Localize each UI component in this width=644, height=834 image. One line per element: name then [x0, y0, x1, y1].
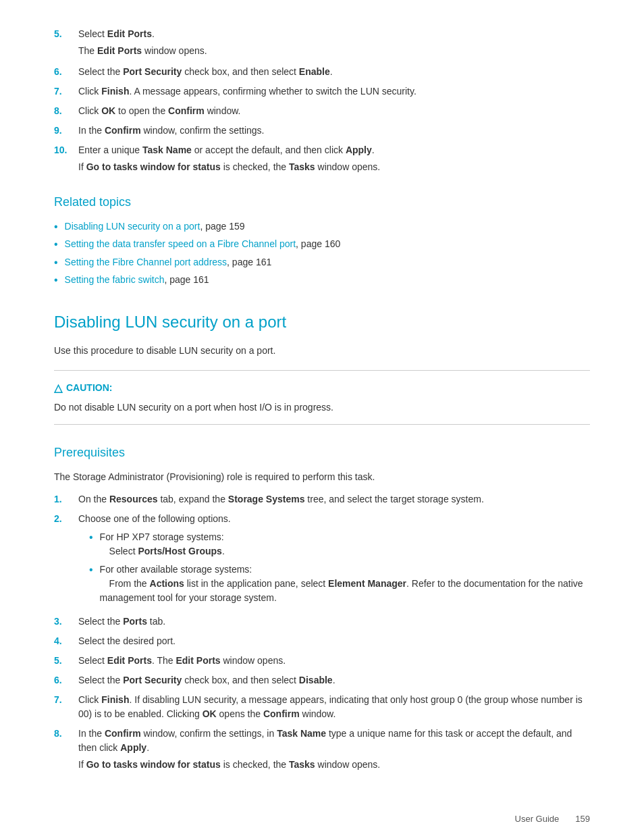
section-intro: Use this procedure to disable LUN securi…	[54, 344, 590, 358]
step-10: 10. Enter a unique Task Name or accept t…	[54, 143, 590, 157]
top-steps-list: 5. Select Edit Ports. The Edit Ports win…	[54, 27, 590, 174]
prereq-step-2-content: Choose one of the following options. • F…	[78, 512, 590, 609]
caution-title: △ CAUTION:	[54, 380, 590, 396]
bullet-dot-4: •	[54, 273, 58, 288]
related-topic-3-link[interactable]: Setting the Fibre Channel port address	[65, 257, 227, 267]
prereq-step-7-num: 7.	[54, 693, 78, 707]
related-topic-2: • Setting the data transfer speed on a F…	[54, 237, 590, 252]
related-topic-3-text: Setting the Fibre Channel port address, …	[65, 255, 272, 269]
prereq-step-5: 5. Select Edit Ports. The Edit Ports win…	[54, 654, 590, 668]
caution-label: CAUTION:	[66, 381, 112, 395]
related-topic-1-text: Disabling LUN security on a port, page 1…	[65, 219, 245, 234]
footer-page: 159	[575, 812, 590, 826]
step-5-num: 5.	[54, 27, 78, 41]
prereq-step-2-bullet-2-sub: From the Actions list in the application…	[100, 578, 583, 603]
prereq-step-4-content: Select the desired port.	[78, 634, 590, 648]
step-6-content: Select the Port Security check box, and …	[78, 65, 590, 79]
caution-text: Do not disable LUN security on a port wh…	[54, 400, 590, 415]
prereq-step-7-content: Click Finish. If disabling LUN security,…	[78, 693, 590, 721]
prereq-step-8-sub: If Go to tasks window for status is chec…	[78, 759, 380, 770]
related-topic-3: • Setting the Fibre Channel port address…	[54, 255, 590, 270]
step-9: 9. In the Confirm window, confirm the se…	[54, 124, 590, 138]
step-5: 5. Select Edit Ports.	[54, 27, 590, 41]
footer-label: User Guide	[515, 812, 560, 826]
prereq-step-6: 6. Select the Port Security check box, a…	[54, 673, 590, 687]
page-footer: User Guide 159	[54, 812, 590, 826]
prereq-step-3-content: Select the Ports tab.	[78, 615, 590, 629]
prereq-step-2-bullet-2-text: For other available storage systems: Fro…	[100, 563, 590, 605]
step-10-content: Enter a unique Task Name or accept the d…	[78, 143, 590, 157]
related-topic-1: • Disabling LUN security on a port, page…	[54, 219, 590, 234]
prereq-step-2-bullet-1-text: For HP XP7 storage systems: Select Ports…	[100, 530, 225, 558]
bullet-dot-other: •	[89, 563, 93, 577]
related-topic-1-link[interactable]: Disabling LUN security on a port	[65, 221, 200, 232]
prerequisites-heading: Prerequisites	[54, 444, 590, 462]
step-5-sub: The Edit Ports window opens.	[78, 45, 207, 56]
prereq-step-5-num: 5.	[54, 654, 78, 668]
step-10-sub: If Go to tasks window for status is chec…	[78, 161, 380, 172]
prereq-step-8-sub-wrap: If Go to tasks window for status is chec…	[78, 758, 590, 772]
step-9-num: 9.	[54, 124, 78, 138]
bullet-dot-3: •	[54, 255, 58, 270]
prereq-intro: The Storage Administrator (Provisioning)…	[54, 470, 590, 484]
related-topic-2-link[interactable]: Setting the data transfer speed on a Fib…	[65, 238, 296, 249]
prereq-step-8-content: In the Confirm window, confirm the setti…	[78, 727, 590, 755]
prereq-step-6-num: 6.	[54, 673, 78, 687]
prereq-step-2-bullet-1-sub: Select Ports/Host Groups.	[109, 546, 225, 556]
prereq-step-1-num: 1.	[54, 492, 78, 506]
prereq-step-2-bullets: • For HP XP7 storage systems: Select Por…	[89, 530, 590, 605]
bullet-dot-1: •	[54, 219, 58, 234]
step-5-sub-wrap: The Edit Ports window opens.	[78, 44, 590, 58]
step-8-num: 8.	[54, 104, 78, 118]
prereq-step-2-bullet-1: • For HP XP7 storage systems: Select Por…	[89, 530, 590, 558]
prereq-step-2-num: 2.	[54, 512, 78, 526]
step-9-content: In the Confirm window, confirm the setti…	[78, 124, 590, 138]
prereq-step-2-bullet-2: • For other available storage systems: F…	[89, 563, 590, 605]
prereq-step-4: 4. Select the desired port.	[54, 634, 590, 648]
prereq-steps-list: 1. On the Resources tab, expand the Stor…	[54, 492, 590, 772]
caution-triangle-icon: △	[54, 380, 62, 396]
step-7: 7. Click Finish. A message appears, conf…	[54, 84, 590, 99]
related-topic-4: • Setting the fabric switch, page 161	[54, 273, 590, 288]
prereq-step-8: 8. In the Confirm window, confirm the se…	[54, 727, 590, 755]
step-8: 8. Click OK to open the Confirm window.	[54, 104, 590, 118]
step-10-num: 10.	[54, 143, 78, 157]
step-7-num: 7.	[54, 84, 78, 99]
main-section-heading: Disabling LUN security on a port	[54, 310, 590, 334]
prereq-step-4-num: 4.	[54, 634, 78, 648]
step-5-bold: Edit Ports	[107, 28, 152, 39]
prereq-step-2: 2. Choose one of the following options. …	[54, 512, 590, 609]
prereq-step-6-content: Select the Port Security check box, and …	[78, 673, 590, 687]
related-topic-4-link[interactable]: Setting the fabric switch	[65, 274, 165, 285]
prereq-step-8-num: 8.	[54, 727, 78, 741]
related-topics-heading: Related topics	[54, 193, 590, 211]
prereq-step-3-num: 3.	[54, 615, 78, 629]
prereq-step-1-content: On the Resources tab, expand the Storage…	[78, 492, 590, 506]
prereq-step-7: 7. Click Finish. If disabling LUN securi…	[54, 693, 590, 721]
bullet-dot-hp: •	[89, 530, 93, 545]
related-topic-4-text: Setting the fabric switch, page 161	[65, 273, 209, 287]
prereq-step-5-content: Select Edit Ports. The Edit Ports window…	[78, 654, 590, 668]
step-8-content: Click OK to open the Confirm window.	[78, 104, 590, 118]
prereq-step-3: 3. Select the Ports tab.	[54, 615, 590, 629]
prereq-step-1: 1. On the Resources tab, expand the Stor…	[54, 492, 590, 506]
related-topics-list: • Disabling LUN security on a port, page…	[54, 219, 590, 288]
step-5-content: Select Edit Ports.	[78, 27, 590, 41]
step-6-num: 6.	[54, 65, 78, 79]
step-6: 6. Select the Port Security check box, a…	[54, 65, 590, 79]
step-10-sub-wrap: If Go to tasks window for status is chec…	[78, 160, 590, 174]
caution-box: △ CAUTION: Do not disable LUN security o…	[54, 370, 590, 425]
step-7-content: Click Finish. A message appears, confirm…	[78, 84, 590, 99]
related-topic-2-text: Setting the data transfer speed on a Fib…	[65, 237, 341, 251]
bullet-dot-2: •	[54, 237, 58, 252]
